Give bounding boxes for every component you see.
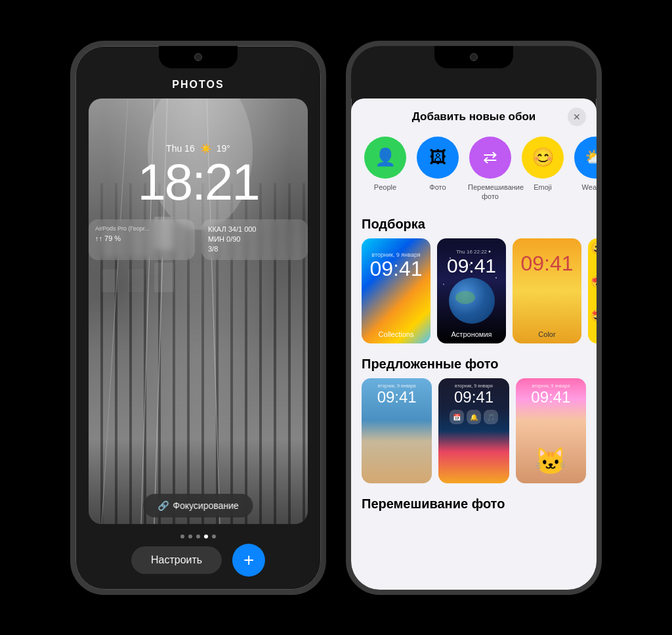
widget-airpods-label: AirPods Pro (Георг... <box>95 225 188 233</box>
photo-icon-circle: 🖼 <box>417 137 459 179</box>
scene: PHOTOS Thu 16 ☀️ 19° 18:21 AirPods Pro (… <box>0 0 672 635</box>
wallpaper-astronomy[interactable]: Thu 16 22:22 09:41 Астро <box>437 238 506 343</box>
right-side-button <box>324 151 326 204</box>
time-display: 18:21 <box>137 156 259 208</box>
weather-temp: 19° <box>217 143 230 154</box>
category-weather[interactable]: ⛅ Weath... <box>572 137 597 202</box>
widget-activity: ККАЛ 34/1 000 МИН 0/90 3/8 <box>201 219 308 260</box>
section-gap-2 <box>351 483 597 491</box>
bottom-bar: Настроить + <box>131 544 265 577</box>
sc-sunset-date: вторник, 9 января <box>438 383 509 388</box>
sc-sunset-clock: 09:41 <box>438 388 509 406</box>
sc-city-time: вторник, 9 января 09:41 <box>362 383 432 406</box>
left-phone-notch <box>159 46 238 68</box>
mini-widget-2: 🔔 <box>467 410 481 424</box>
emoji-icon-circle: 😊 <box>522 137 564 179</box>
dot-5 <box>212 535 216 538</box>
shuffle-icon: ⇄ <box>483 147 497 167</box>
suggested-cat[interactable]: вторник, 9 января 09:41 <box>516 378 586 483</box>
phone-right: Добавить новые обои ✕ 👤 People 🖼 <box>346 41 602 595</box>
dot-2 <box>188 535 192 538</box>
widgets-row: AirPods Pro (Георг... ↑↑ 79 % ККАЛ 34/1 … <box>75 219 321 260</box>
suggested-city[interactable]: вторник, 9 января 09:41 <box>362 378 432 483</box>
modal-close-button[interactable]: ✕ <box>568 108 586 126</box>
sc-cat-clock: 09:41 <box>516 388 586 406</box>
svg-point-13 <box>469 264 471 265</box>
svg-point-11 <box>450 257 451 259</box>
photos-title: PHOTOS <box>172 79 224 91</box>
photo-icon: 🖼 <box>429 147 446 167</box>
add-button[interactable]: + <box>232 544 265 577</box>
right-phone-side-button <box>599 151 602 204</box>
widget-airpods-value: ↑↑ 79 % <box>95 234 188 244</box>
emoji-label: Emoji <box>534 183 552 192</box>
weather-row: Thu 16 ☀️ 19° <box>166 143 230 154</box>
svg-point-15 <box>443 284 444 285</box>
shuffle-icon-circle: ⇄ <box>469 137 511 179</box>
widget-airpods: AirPods Pro (Георг... ↑↑ 79 % <box>89 219 195 260</box>
wp-astronomy-label: Астрономия <box>437 330 506 338</box>
category-icons-row: 👤 People 🖼 Фото ⇄ Перемешивание фото <box>351 130 597 212</box>
section-suggested: Предложенные фото <box>351 351 597 378</box>
suggested-grid: вторник, 9 января 09:41 вторник, 9 январ… <box>351 378 597 483</box>
category-emoji[interactable]: 😊 Emoji <box>519 137 566 202</box>
sc-sunset-time: вторник, 9 января 09:41 <box>438 383 509 406</box>
dot-1 <box>180 535 184 538</box>
close-icon: ✕ <box>573 112 581 122</box>
focus-icon: 🔗 <box>158 500 169 511</box>
wallpaper-collections[interactable]: вторник, 9 января 09:41 Collections <box>362 238 430 343</box>
sc-cat-time: вторник, 9 января 09:41 <box>516 383 586 406</box>
sc-city-clock: 09:41 <box>362 388 432 406</box>
widget-count: 3/8 <box>208 244 301 254</box>
page-dots <box>180 535 216 538</box>
wp-color-label: Color <box>513 330 581 338</box>
sc-cat-date: вторник, 9 января <box>516 383 586 388</box>
category-photo[interactable]: 🖼 Фото <box>414 137 461 202</box>
category-people[interactable]: 👤 People <box>362 137 409 202</box>
wallpaper-grid: вторник, 9 января 09:41 Collections Thu … <box>351 238 597 343</box>
left-side-button-2 <box>70 164 73 204</box>
right-phone-notch <box>434 46 513 68</box>
wallpaper-color[interactable]: 09:41 Color <box>513 238 581 343</box>
weather-label: Weath... <box>582 183 597 192</box>
wallpaper-emoji-partial[interactable]: 😀😂😎 😍🥳😜 🤩😇🥰 <box>588 238 597 343</box>
section-gap-1 <box>351 343 597 351</box>
emoji-icon: 😊 <box>532 146 555 168</box>
widget-kcal: ККАЛ 34/1 000 <box>208 225 301 234</box>
svg-point-14 <box>495 277 497 278</box>
wp-collections-time: вторник, 9 января 09:41 <box>362 252 430 279</box>
category-shuffle[interactable]: ⇄ Перемешивание фото <box>467 137 514 202</box>
dot-4-active <box>204 535 208 538</box>
dot-3 <box>196 535 200 538</box>
wp-collections-clock: 09:41 <box>362 258 430 279</box>
focus-label: Фокусирование <box>173 500 238 511</box>
customize-button[interactable]: Настроить <box>131 546 222 574</box>
photo-label: Фото <box>429 183 446 192</box>
wp-collections-date: вторник, 9 января <box>362 252 430 258</box>
stars-svg <box>437 238 506 343</box>
section-podborka: Подборка <box>351 211 597 238</box>
sc-city-date: вторник, 9 января <box>362 383 432 388</box>
weather-icon2: ⛅ <box>585 147 597 167</box>
weather-icon: ☀️ <box>200 143 211 154</box>
wp-color-bg: 09:41 <box>513 238 581 343</box>
svg-point-12 <box>489 251 491 253</box>
phone-left: PHOTOS Thu 16 ☀️ 19° 18:21 AirPods Pro (… <box>70 41 326 595</box>
people-label: People <box>374 183 396 192</box>
modal-sheet[interactable]: Добавить новые обои ✕ 👤 People 🖼 <box>351 99 597 590</box>
modal-title: Добавить новые обои <box>412 110 536 123</box>
mini-widget-3: 🎵 <box>484 410 498 424</box>
shuffle-label: Перемешивание фото <box>468 183 513 202</box>
focus-button[interactable]: 🔗 Фокусирование <box>143 494 253 517</box>
people-icon: 👤 <box>375 147 396 167</box>
weather-date: Thu 16 <box>166 143 195 154</box>
modal-header: Добавить новые обои ✕ <box>351 99 597 130</box>
wp-collections-bg: вторник, 9 января 09:41 <box>362 238 430 343</box>
wp-collections-label: Collections <box>362 330 430 338</box>
wp-astronomy-bg: Thu 16 22:22 09:41 <box>437 238 506 343</box>
left-side-button-3 <box>70 213 73 253</box>
mini-widget-1: 📅 <box>450 410 464 424</box>
sc-sunset-widgets: 📅 🔔 🎵 <box>438 410 509 424</box>
wp-color-clock: 09:41 <box>513 252 581 276</box>
suggested-sunset[interactable]: вторник, 9 января 09:41 📅 🔔 🎵 <box>438 378 509 483</box>
